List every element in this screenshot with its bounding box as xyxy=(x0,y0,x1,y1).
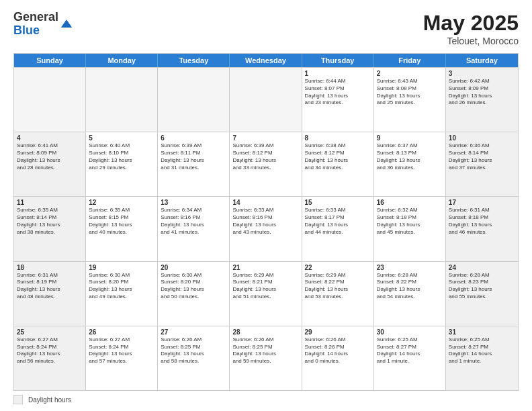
day-info: Sunrise: 6:31 AM Sunset: 8:18 PM Dayligh… xyxy=(449,207,515,236)
day-number: 26 xyxy=(89,328,154,336)
day-cell: 16Sunrise: 6:32 AM Sunset: 8:18 PM Dayli… xyxy=(374,197,446,261)
day-info: Sunrise: 6:37 AM Sunset: 8:13 PM Dayligh… xyxy=(377,142,443,171)
day-info: Sunrise: 6:41 AM Sunset: 8:09 PM Dayligh… xyxy=(17,142,83,171)
day-header: Saturday xyxy=(446,54,518,67)
day-number: 23 xyxy=(377,264,443,271)
day-info: Sunrise: 6:35 AM Sunset: 8:15 PM Dayligh… xyxy=(89,207,154,236)
day-info: Sunrise: 6:32 AM Sunset: 8:18 PM Dayligh… xyxy=(377,207,443,236)
day-number: 5 xyxy=(89,134,154,142)
day-header: Wednesday xyxy=(230,54,302,67)
day-info: Sunrise: 6:35 AM Sunset: 8:14 PM Dayligh… xyxy=(17,207,83,236)
calendar: SundayMondayTuesdayWednesdayThursdayFrid… xyxy=(13,53,519,391)
day-info: Sunrise: 6:26 AM Sunset: 8:25 PM Dayligh… xyxy=(232,336,298,365)
svg-marker-0 xyxy=(61,19,73,28)
day-info: Sunrise: 6:44 AM Sunset: 8:07 PM Dayligh… xyxy=(305,78,371,107)
day-number: 20 xyxy=(161,264,226,271)
day-info: Sunrise: 6:40 AM Sunset: 8:10 PM Dayligh… xyxy=(89,142,154,171)
day-cell: 23Sunrise: 6:28 AM Sunset: 8:22 PM Dayli… xyxy=(374,262,446,326)
day-cell: 29Sunrise: 6:26 AM Sunset: 8:26 PM Dayli… xyxy=(302,326,374,390)
day-cell: 17Sunrise: 6:31 AM Sunset: 8:18 PM Dayli… xyxy=(446,197,518,261)
day-info: Sunrise: 6:34 AM Sunset: 8:16 PM Dayligh… xyxy=(161,207,226,236)
day-cell xyxy=(14,68,86,132)
day-headers: SundayMondayTuesdayWednesdayThursdayFrid… xyxy=(14,54,518,67)
day-cell: 21Sunrise: 6:29 AM Sunset: 8:21 PM Dayli… xyxy=(230,262,302,326)
day-info: Sunrise: 6:29 AM Sunset: 8:22 PM Dayligh… xyxy=(305,272,371,301)
day-number: 22 xyxy=(305,264,371,271)
day-info: Sunrise: 6:29 AM Sunset: 8:21 PM Dayligh… xyxy=(232,272,298,301)
day-number: 21 xyxy=(232,264,298,271)
week-row: 18Sunrise: 6:31 AM Sunset: 8:19 PM Dayli… xyxy=(14,261,518,326)
legend-label: Daylight hours xyxy=(28,396,71,404)
day-info: Sunrise: 6:25 AM Sunset: 8:27 PM Dayligh… xyxy=(449,336,515,365)
day-info: Sunrise: 6:36 AM Sunset: 8:14 PM Dayligh… xyxy=(449,142,515,171)
week-row: 11Sunrise: 6:35 AM Sunset: 8:14 PM Dayli… xyxy=(14,196,518,261)
day-cell: 12Sunrise: 6:35 AM Sunset: 8:15 PM Dayli… xyxy=(86,197,158,261)
day-cell: 20Sunrise: 6:30 AM Sunset: 8:20 PM Dayli… xyxy=(158,262,230,326)
day-cell: 13Sunrise: 6:34 AM Sunset: 8:16 PM Dayli… xyxy=(158,197,230,261)
day-cell: 31Sunrise: 6:25 AM Sunset: 8:27 PM Dayli… xyxy=(446,326,518,390)
day-cell xyxy=(230,68,302,132)
week-rows: 1Sunrise: 6:44 AM Sunset: 8:07 PM Daylig… xyxy=(14,67,518,390)
day-number: 11 xyxy=(17,199,83,206)
legend: Daylight hours xyxy=(13,395,519,404)
day-header: Thursday xyxy=(302,54,374,67)
day-cell: 14Sunrise: 6:33 AM Sunset: 8:16 PM Dayli… xyxy=(230,197,302,261)
day-number: 15 xyxy=(305,199,371,206)
header: General Blue May 2025 Telouet, Morocco xyxy=(13,11,519,46)
day-cell: 6Sunrise: 6:39 AM Sunset: 8:11 PM Daylig… xyxy=(158,132,230,196)
day-cell: 22Sunrise: 6:29 AM Sunset: 8:22 PM Dayli… xyxy=(302,262,374,326)
day-cell xyxy=(86,68,158,132)
day-number: 6 xyxy=(161,134,226,142)
day-number: 19 xyxy=(89,264,154,271)
day-header: Sunday xyxy=(14,54,86,67)
day-number: 4 xyxy=(17,134,83,142)
day-number: 10 xyxy=(449,134,515,142)
week-row: 1Sunrise: 6:44 AM Sunset: 8:07 PM Daylig… xyxy=(14,67,518,132)
day-number: 24 xyxy=(449,264,515,271)
day-info: Sunrise: 6:27 AM Sunset: 8:24 PM Dayligh… xyxy=(17,336,83,365)
day-info: Sunrise: 6:33 AM Sunset: 8:17 PM Dayligh… xyxy=(305,207,371,236)
day-number: 8 xyxy=(305,134,371,142)
title-block: May 2025 Telouet, Morocco xyxy=(423,11,519,46)
day-cell: 25Sunrise: 6:27 AM Sunset: 8:24 PM Dayli… xyxy=(14,326,86,390)
day-info: Sunrise: 6:25 AM Sunset: 8:27 PM Dayligh… xyxy=(377,336,443,365)
day-cell: 28Sunrise: 6:26 AM Sunset: 8:25 PM Dayli… xyxy=(230,326,302,390)
day-cell: 15Sunrise: 6:33 AM Sunset: 8:17 PM Dayli… xyxy=(302,197,374,261)
day-number: 30 xyxy=(377,328,443,336)
day-cell: 8Sunrise: 6:38 AM Sunset: 8:12 PM Daylig… xyxy=(302,132,374,196)
day-info: Sunrise: 6:30 AM Sunset: 8:20 PM Dayligh… xyxy=(89,272,154,301)
day-cell: 3Sunrise: 6:42 AM Sunset: 8:09 PM Daylig… xyxy=(446,68,518,132)
day-cell: 1Sunrise: 6:44 AM Sunset: 8:07 PM Daylig… xyxy=(302,68,374,132)
day-number: 28 xyxy=(232,328,298,336)
day-number: 25 xyxy=(17,328,83,336)
day-cell: 26Sunrise: 6:27 AM Sunset: 8:24 PM Dayli… xyxy=(86,326,158,390)
legend-box xyxy=(13,395,23,404)
day-info: Sunrise: 6:38 AM Sunset: 8:12 PM Dayligh… xyxy=(305,142,371,171)
day-info: Sunrise: 6:39 AM Sunset: 8:11 PM Dayligh… xyxy=(161,142,226,171)
day-cell: 18Sunrise: 6:31 AM Sunset: 8:19 PM Dayli… xyxy=(14,262,86,326)
day-cell: 4Sunrise: 6:41 AM Sunset: 8:09 PM Daylig… xyxy=(14,132,86,196)
day-cell: 7Sunrise: 6:39 AM Sunset: 8:12 PM Daylig… xyxy=(230,132,302,196)
week-row: 25Sunrise: 6:27 AM Sunset: 8:24 PM Dayli… xyxy=(14,326,518,390)
page: General Blue May 2025 Telouet, Morocco S… xyxy=(0,0,532,411)
day-number: 1 xyxy=(305,70,371,77)
day-info: Sunrise: 6:28 AM Sunset: 8:23 PM Dayligh… xyxy=(449,272,515,301)
day-number: 3 xyxy=(449,70,515,77)
day-info: Sunrise: 6:43 AM Sunset: 8:08 PM Dayligh… xyxy=(377,78,443,107)
day-number: 12 xyxy=(89,199,154,206)
day-cell: 10Sunrise: 6:36 AM Sunset: 8:14 PM Dayli… xyxy=(446,132,518,196)
day-number: 18 xyxy=(17,264,83,271)
day-cell: 30Sunrise: 6:25 AM Sunset: 8:27 PM Dayli… xyxy=(374,326,446,390)
logo-text: General Blue xyxy=(13,11,58,38)
day-info: Sunrise: 6:30 AM Sunset: 8:20 PM Dayligh… xyxy=(161,272,226,301)
day-info: Sunrise: 6:26 AM Sunset: 8:26 PM Dayligh… xyxy=(305,336,371,365)
day-cell: 24Sunrise: 6:28 AM Sunset: 8:23 PM Dayli… xyxy=(446,262,518,326)
day-number: 9 xyxy=(377,134,443,142)
day-cell xyxy=(158,68,230,132)
day-number: 27 xyxy=(161,328,226,336)
day-number: 2 xyxy=(377,70,443,77)
day-number: 29 xyxy=(305,328,371,336)
day-cell: 19Sunrise: 6:30 AM Sunset: 8:20 PM Dayli… xyxy=(86,262,158,326)
day-cell: 5Sunrise: 6:40 AM Sunset: 8:10 PM Daylig… xyxy=(86,132,158,196)
week-row: 4Sunrise: 6:41 AM Sunset: 8:09 PM Daylig… xyxy=(14,132,518,196)
